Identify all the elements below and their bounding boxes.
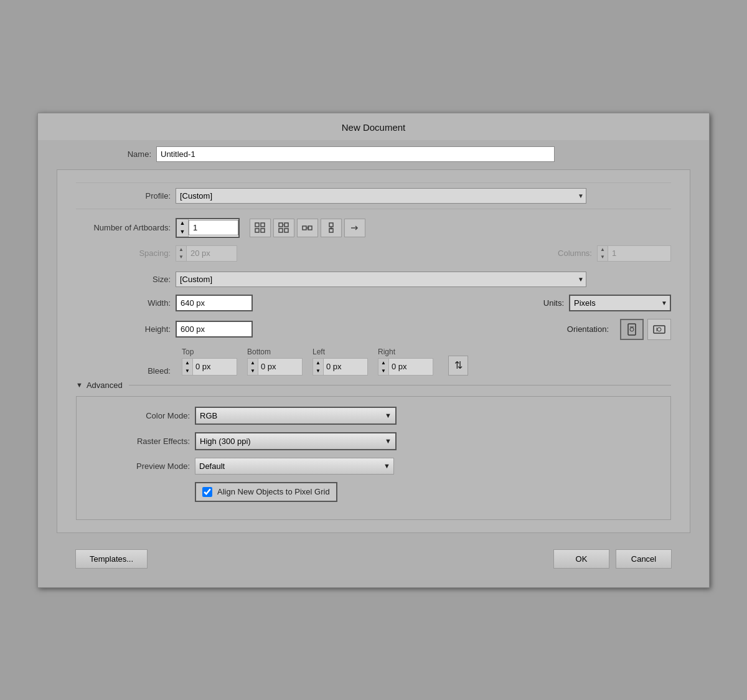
svg-rect-14 [654,326,665,333]
pixel-grid-label: Align New Objects to Pixel Grid [217,487,330,496]
advanced-section: ▼ Advanced Color Mode: RGB CMYK ▼ [76,381,671,520]
bleed-left-increment[interactable]: ▲ [313,359,323,367]
pixel-grid-row: Align New Objects to Pixel Grid [95,482,652,502]
advanced-toggle[interactable]: ▼ [76,381,83,389]
bleed-right-input[interactable]: 0 px [389,359,433,374]
bleed-top-increment[interactable]: ▲ [182,359,192,367]
bleed-top-input-wrap: ▲ ▼ 0 px [182,358,237,376]
bleed-fields: Top ▲ ▼ 0 px Bottom [182,348,468,376]
bleed-bottom-increment[interactable]: ▲ [248,359,258,367]
advanced-label: Advanced [87,381,123,390]
preview-mode-select[interactable]: Default Pixel Overprint [195,458,394,475]
artboards-increment[interactable]: ▲ [177,219,188,228]
columns-increment[interactable]: ▲ [598,246,608,253]
bleed-left-field: Left ▲ ▼ 0 px [312,348,368,376]
preview-mode-label: Preview Mode: [95,461,195,471]
units-select-wrap: Pixels Inches Centimeters ▼ [569,295,671,311]
bleed-bottom-input[interactable]: 0 px [258,359,302,374]
bleed-top-field: Top ▲ ▼ 0 px [182,348,237,376]
spacing-row: Spacing: ▲ ▼ 20 px Columns: ▲ ▼ 1 [76,245,671,262]
units-label: Units: [519,298,569,308]
bleed-left-input[interactable]: 0 px [324,359,367,374]
artboard-layout-icons [250,219,365,237]
bleed-right-decrement[interactable]: ▼ [378,367,388,375]
bleed-left-spinner: ▲ ▼ [313,359,324,375]
orientation-label: Orientation: [564,324,614,334]
profile-row: Profile: [Custom] Print Web ▼ [76,182,671,209]
templates-button[interactable]: Templates... [75,549,148,569]
bleed-top-input[interactable]: 0 px [193,359,237,374]
name-input[interactable]: Untitled-1 [156,146,555,162]
svg-rect-2 [255,229,259,232]
columns-spinner: ▲ ▼ [598,246,608,261]
cancel-button[interactable]: Cancel [616,549,672,569]
pixel-grid-checkbox[interactable] [202,487,212,497]
units-select[interactable]: Pixels Inches Centimeters [570,296,670,310]
bleed-top-spinner: ▲ ▼ [182,359,193,375]
svg-rect-7 [284,229,288,232]
size-row: Size: [Custom] Letter A4 ▼ [76,272,671,287]
bleed-top-label: Top [182,348,194,356]
bleed-top-decrement[interactable]: ▼ [182,367,192,375]
svg-rect-12 [628,324,636,335]
new-document-dialog: New Document Name: Untitled-1 Profile: [… [37,113,710,588]
layout-col-icon[interactable] [321,219,342,237]
profile-label: Profile: [76,191,176,201]
columns-decrement[interactable]: ▼ [598,253,608,261]
svg-point-13 [630,328,634,331]
svg-rect-4 [279,223,283,227]
artboards-decrement[interactable]: ▼ [177,228,188,237]
advanced-divider [129,385,671,385]
preview-mode-select-wrap: Default Pixel Overprint ▼ [195,458,394,475]
size-select[interactable]: [Custom] Letter A4 [176,272,586,287]
height-input[interactable]: 600 px [177,322,251,336]
profile-select[interactable]: [Custom] Print Web [176,188,586,204]
layout-row-icon[interactable] [297,219,318,237]
bleed-left-input-wrap: ▲ ▼ 0 px [312,358,368,376]
columns-label: Columns: [547,248,597,258]
spacing-decrement[interactable]: ▼ [176,253,186,261]
bleed-label: Bleed: [76,366,176,376]
svg-rect-0 [255,223,259,227]
svg-rect-3 [261,229,265,232]
ok-cancel-group: OK Cancel [553,549,672,569]
bleed-bottom-decrement[interactable]: ▼ [248,367,258,375]
layout-grid-icon[interactable] [250,219,271,237]
ok-button[interactable]: OK [553,549,609,569]
layout-grid-col-icon[interactable] [273,219,294,237]
artboards-label: Number of Artboards: [76,223,176,232]
height-input-wrap: 600 px [176,321,253,338]
landscape-button[interactable] [647,319,671,340]
advanced-header: ▼ Advanced [76,381,671,390]
columns-input-wrap: ▲ ▼ 1 [597,245,671,262]
portrait-button[interactable] [620,319,644,340]
color-mode-select-wrap: RGB CMYK ▼ [195,407,397,425]
svg-rect-10 [329,223,333,227]
dialog-title: New Document [38,113,709,140]
advanced-panel: Color Mode: RGB CMYK ▼ Raster Effects: [76,396,671,520]
width-row: Width: 640 px Units: Pixels Inches Centi… [76,295,671,311]
raster-effects-row: Raster Effects: Screen (72 ppi) Medium (… [95,432,652,450]
width-input[interactable]: 640 px [177,296,251,310]
svg-rect-5 [284,223,288,227]
bleed-row: Bleed: Top ▲ ▼ 0 px Bottom [76,348,671,376]
artboards-input[interactable]: 1 [189,220,238,235]
pixel-grid-wrap[interactable]: Align New Objects to Pixel Grid [195,482,337,502]
name-label: Name: [57,149,156,159]
bleed-right-increment[interactable]: ▲ [378,359,388,367]
preview-mode-row: Preview Mode: Default Pixel Overprint ▼ [95,458,652,475]
bleed-left-label: Left [312,348,325,356]
bleed-left-decrement[interactable]: ▼ [313,367,323,375]
spacing-increment[interactable]: ▲ [176,246,186,253]
bleed-right-input-wrap: ▲ ▼ 0 px [378,358,433,376]
layout-arrow-icon[interactable] [344,219,365,237]
spacing-input[interactable]: 20 px [187,246,237,260]
raster-effects-select[interactable]: Screen (72 ppi) Medium (150 ppi) High (3… [196,433,395,449]
color-mode-select[interactable]: RGB CMYK [196,408,395,423]
color-mode-label: Color Mode: [95,411,195,420]
columns-input[interactable]: 1 [608,246,670,260]
artboards-spinner: ▲ ▼ [177,219,189,237]
bleed-link-button[interactable]: ⇅ [448,356,468,376]
portrait-icon [625,323,639,336]
svg-point-15 [657,328,661,331]
